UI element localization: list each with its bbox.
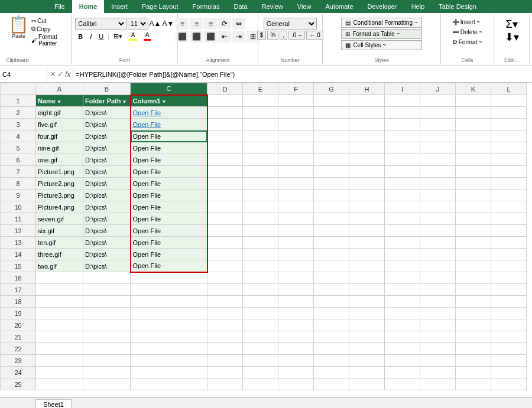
cell-K19[interactable]: [456, 308, 491, 319]
cell-G17[interactable]: [314, 284, 349, 296]
cell-H7[interactable]: [349, 166, 385, 178]
cell-A2[interactable]: eight.gif: [36, 107, 83, 119]
cell-K11[interactable]: [456, 213, 491, 225]
font-color-button[interactable]: A: [141, 31, 154, 42]
align-top-right-button[interactable]: ≡: [204, 18, 217, 30]
cell-E14[interactable]: [243, 249, 278, 260]
cell-D11[interactable]: [207, 213, 243, 225]
cell-L2[interactable]: [491, 107, 527, 119]
cell-D23[interactable]: [207, 355, 243, 367]
tab-table-design[interactable]: Table Design: [432, 0, 484, 13]
row-header-7[interactable]: 7: [1, 166, 36, 178]
cell-G10[interactable]: [314, 201, 349, 213]
row-header-22[interactable]: 22: [1, 343, 36, 355]
tab-home[interactable]: Home: [72, 0, 105, 13]
cell-H1[interactable]: [349, 95, 385, 107]
cell-I20[interactable]: [385, 319, 420, 331]
cell-K17[interactable]: [456, 284, 491, 296]
cell-B16[interactable]: [83, 272, 131, 284]
cell-F22[interactable]: [278, 343, 314, 355]
cell-J14[interactable]: [420, 249, 456, 260]
row-header-6[interactable]: 6: [1, 154, 36, 166]
col-header-a[interactable]: A: [36, 83, 83, 95]
cell-E3[interactable]: [243, 119, 278, 130]
cell-J15[interactable]: [420, 260, 456, 272]
cell-C16[interactable]: [131, 272, 207, 284]
cell-L20[interactable]: [491, 319, 527, 331]
cell-I8[interactable]: [385, 178, 420, 190]
cell-L16[interactable]: [491, 272, 527, 284]
row-header-11[interactable]: 11: [1, 213, 36, 225]
cell-F3[interactable]: [278, 119, 314, 130]
cell-K24[interactable]: [456, 367, 491, 378]
cell-G14[interactable]: [314, 249, 349, 260]
row-header-10[interactable]: 10: [1, 201, 36, 213]
cell-E13[interactable]: [243, 237, 278, 249]
cell-D13[interactable]: [207, 237, 243, 249]
cell-B15[interactable]: D:\pics\: [83, 260, 131, 272]
align-top-center-button[interactable]: ≡: [190, 18, 203, 30]
cell-J5[interactable]: [420, 142, 456, 154]
cell-C11[interactable]: Open File: [131, 213, 207, 225]
cell-K20[interactable]: [456, 319, 491, 331]
cell-I14[interactable]: [385, 249, 420, 260]
cell-K9[interactable]: [456, 190, 491, 201]
orientation-button[interactable]: ⟳: [218, 18, 231, 30]
row-header-24[interactable]: 24: [1, 367, 36, 378]
cell-F6[interactable]: [278, 154, 314, 166]
cell-I22[interactable]: [385, 343, 420, 355]
cell-F24[interactable]: [278, 367, 314, 378]
bold-button[interactable]: B: [75, 32, 86, 41]
cell-K12[interactable]: [456, 225, 491, 237]
cell-G6[interactable]: [314, 154, 349, 166]
cell-K7[interactable]: [456, 166, 491, 178]
cell-G7[interactable]: [314, 166, 349, 178]
cell-H22[interactable]: [349, 343, 385, 355]
cell-E12[interactable]: [243, 225, 278, 237]
cell-L1[interactable]: [491, 95, 527, 107]
cell-G19[interactable]: [314, 308, 349, 319]
cell-I4[interactable]: [385, 130, 420, 142]
fx-icon[interactable]: fx: [65, 70, 70, 79]
cell-F5[interactable]: [278, 142, 314, 154]
cell-H16[interactable]: [349, 272, 385, 284]
cell-K6[interactable]: [456, 154, 491, 166]
cell-I10[interactable]: [385, 201, 420, 213]
cell-A12[interactable]: six.gif: [36, 225, 83, 237]
cell-G2[interactable]: [314, 107, 349, 119]
cell-G4[interactable]: [314, 130, 349, 142]
cell-J8[interactable]: [420, 178, 456, 190]
cell-J10[interactable]: [420, 201, 456, 213]
cell-B9[interactable]: D:\pics\: [83, 190, 131, 201]
cell-F8[interactable]: [278, 178, 314, 190]
cell-D14[interactable]: [207, 249, 243, 260]
tab-data[interactable]: Data: [226, 0, 254, 13]
row-header-16[interactable]: 16: [1, 272, 36, 284]
cell-I13[interactable]: [385, 237, 420, 249]
wrap-text-button[interactable]: ⇔: [232, 18, 245, 30]
cell-H2[interactable]: [349, 107, 385, 119]
cell-A22[interactable]: [36, 343, 83, 355]
cell-G11[interactable]: [314, 213, 349, 225]
cell-E1[interactable]: [243, 95, 278, 107]
cell-G15[interactable]: [314, 260, 349, 272]
cell-B3[interactable]: D:\pics\: [83, 119, 131, 130]
cell-G13[interactable]: [314, 237, 349, 249]
cell-L14[interactable]: [491, 249, 527, 260]
cell-J1[interactable]: [420, 95, 456, 107]
cell-E18[interactable]: [243, 296, 278, 308]
tab-formulas[interactable]: Formulas: [186, 0, 227, 13]
fill-button[interactable]: ⬇▾: [505, 31, 519, 44]
underline-button[interactable]: U: [96, 32, 106, 41]
cell-B7[interactable]: D:\pics\: [83, 166, 131, 178]
cell-H4[interactable]: [349, 130, 385, 142]
cell-I9[interactable]: [385, 190, 420, 201]
cell-G8[interactable]: [314, 178, 349, 190]
col-header-h[interactable]: H: [349, 83, 385, 95]
cut-button[interactable]: ✂Cut: [31, 18, 67, 24]
cell-K2[interactable]: [456, 107, 491, 119]
cell-A4[interactable]: four.gif: [36, 130, 83, 142]
cell-A9[interactable]: Picture3.png: [36, 190, 83, 201]
row-header-21[interactable]: 21: [1, 331, 36, 343]
cell-K3[interactable]: [456, 119, 491, 130]
